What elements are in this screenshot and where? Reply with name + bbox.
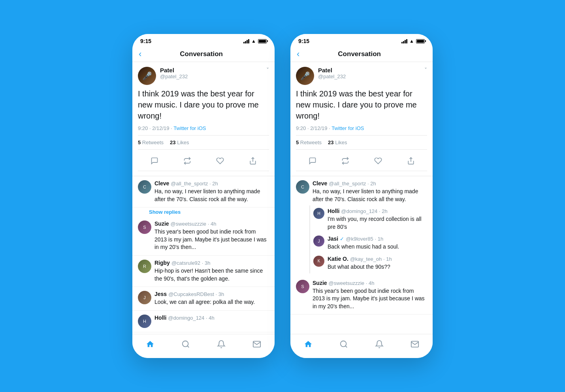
comment-text-suzie-right: This year's been good but indie rock fro… <box>313 287 427 311</box>
comment-header-suzie-right: Suzie @sweetsuzzzie · 4h <box>313 280 427 286</box>
nav-bar-left: ‹ Conversation <box>132 47 275 62</box>
chevron-down-right[interactable]: ˅ <box>424 67 427 73</box>
comment-text-cleve: Ha, no way, I never listen to anything m… <box>154 188 269 203</box>
status-bar-right: 9:15 ▲ <box>290 34 433 47</box>
comment-user-cleve: Cleve <box>154 180 169 187</box>
comment-jess-left: J Jess @CupcakesRDBest · 3h Look, we can… <box>132 287 275 311</box>
twitter-for-ios-link-right[interactable]: Twitter for iOS <box>331 125 364 131</box>
likes-stat-left: 23 Likes <box>170 139 189 145</box>
main-tweet-left: Patel @patel_232 ˅ I think 2019 was the … <box>132 62 275 176</box>
notifications-nav-left[interactable] <box>213 338 230 352</box>
tweet-text-left: I think 2019 was the best year for new m… <box>138 88 269 121</box>
comment-cleve-right-container: C Cleve @all_the_sportz · 2h Ha, no way,… <box>290 176 433 273</box>
comment-handle-suzie: @sweetsuzzzie · 4h <box>171 221 217 227</box>
show-replies-cleve[interactable]: Show replies <box>132 207 275 217</box>
likes-stat-right: 23 Likes <box>328 139 347 145</box>
signal-icon-right <box>401 39 407 43</box>
like-button-right[interactable] <box>371 155 385 168</box>
action-bar-right <box>296 153 427 171</box>
comment-cleve-right-top: C Cleve @all_the_sportz · 2h Ha, no way,… <box>296 180 427 203</box>
messages-nav-left[interactable] <box>249 338 265 352</box>
comment-text-jess: Look, we can all agree: polka all the wa… <box>154 298 269 306</box>
notifications-nav-right[interactable] <box>371 338 388 352</box>
thread-body-holli: Holli @domingo_124 · 2h I'm with you, my… <box>328 208 427 231</box>
thread-handle-jasi: @k9lover85 · 1h <box>346 236 383 242</box>
retweet-button-left[interactable] <box>180 155 194 168</box>
status-time-left: 9:15 <box>140 38 151 44</box>
battery-icon <box>258 39 267 43</box>
content-right: Patel @patel_232 ˅ I think 2019 was the … <box>290 62 433 334</box>
comment-body-cleve-right: Cleve @all_the_sportz · 2h Ha, no way, I… <box>313 180 427 203</box>
comment-text-cleve-right: Ha, no way, I never listen to anything m… <box>313 188 427 203</box>
thread-user-jasi: Jasi <box>328 236 338 242</box>
comment-handle-jess: @CupcakesRDBest · 3h <box>168 291 224 297</box>
comment-user-jess: Jess <box>154 291 167 297</box>
status-time-right: 9:15 <box>298 38 309 44</box>
wifi-icon: ▲ <box>251 38 256 44</box>
comment-body-suzie-right: Suzie @sweetsuzzzie · 4h This year's bee… <box>313 280 427 311</box>
avatar-cleve-left: C <box>138 180 151 194</box>
comment-header-holli: Holli @domingo_124 · 4h <box>154 315 269 321</box>
share-button-left[interactable] <box>246 155 260 168</box>
avatar-rigby-left: R <box>138 260 151 273</box>
tweet-text-right: I think 2019 was the best year for new m… <box>296 88 427 121</box>
retweet-stat-left: 5 Retweets <box>138 139 164 145</box>
comment-header-jess: Jess @CupcakesRDBest · 3h <box>154 291 269 297</box>
chevron-down-left[interactable]: ˅ <box>266 67 269 73</box>
like-button-left[interactable] <box>213 155 227 168</box>
comment-body-holli-left: Holli @domingo_124 · 4h <box>154 315 269 328</box>
comment-user-rigby: Rigby <box>154 260 170 266</box>
status-icons-right: ▲ <box>401 38 425 44</box>
phone-left: 9:15 ▲ ‹ Conversation Patel @patel_232 <box>132 34 275 358</box>
comment-handle-suzie-right: @sweetsuzzzie · 4h <box>329 280 375 286</box>
comment-body-jess-left: Jess @CupcakesRDBest · 3h Look, we can a… <box>154 291 269 306</box>
comment-button-right[interactable] <box>305 155 320 168</box>
avatar-suzie-right: S <box>296 280 309 293</box>
bottom-nav-right <box>290 334 433 358</box>
search-nav-right[interactable] <box>335 338 352 352</box>
home-nav-right[interactable] <box>300 338 316 352</box>
comment-suzie-left: S Suzie @sweetsuzzzie · 4h This year's b… <box>132 217 275 256</box>
thread-reply-holli: H Holli @domingo_124 · 2h I'm with you, … <box>313 205 427 233</box>
tweet-stats-left: 5 Retweets 23 Likes <box>138 135 269 150</box>
retweet-button-right[interactable] <box>338 155 352 168</box>
thread-handle-kateo: @kay_tee_oh · 1h <box>350 256 392 262</box>
comment-header-suzie: Suzie @sweetsuzzzie · 4h <box>154 220 269 227</box>
tweet-meta-right: 9:20 · 2/12/19 · Twitter for iOS <box>296 125 427 131</box>
thread-header-holli: Holli @domingo_124 · 2h <box>328 208 427 214</box>
search-nav-left[interactable] <box>177 338 194 352</box>
thread-text-jasi: Back when music had a soul. <box>328 243 427 251</box>
thread-replies-cleve: H Holli @domingo_124 · 2h I'm with you, … <box>309 205 427 273</box>
share-button-right[interactable] <box>404 155 418 168</box>
thread-reply-kateo: K Katie O. @kay_tee_oh · 1h But what abo… <box>313 253 427 273</box>
back-button-right[interactable]: ‹ <box>297 50 299 58</box>
user-info-left: Patel @patel_232 <box>160 67 266 79</box>
messages-nav-right[interactable] <box>407 338 423 352</box>
status-bar-left: 9:15 ▲ <box>132 34 275 47</box>
svg-point-4 <box>341 341 347 347</box>
comment-handle-cleve-right: @all_the_sportz · 2h <box>329 181 376 187</box>
avatar-patel-left <box>138 67 156 85</box>
comments-section-left: C Cleve @all_the_sportz · 2h Ha, no way,… <box>132 176 275 332</box>
comment-body-rigby-left: Rigby @catsrule92 · 3h Hip-hop is over! … <box>154 260 269 283</box>
content-left: Patel @patel_232 ˅ I think 2019 was the … <box>132 62 275 334</box>
svg-line-5 <box>345 346 347 347</box>
home-nav-left[interactable] <box>142 338 158 352</box>
retweet-stat-right: 5 Retweets <box>296 139 322 145</box>
comment-handle-rigby: @catsrule92 · 3h <box>171 260 210 266</box>
bottom-nav-left <box>132 334 275 358</box>
phone-right: 9:15 ▲ ‹ Conversation Patel @patel_232 <box>290 34 433 358</box>
svg-line-2 <box>187 346 189 347</box>
status-icons-left: ▲ <box>243 38 267 44</box>
comment-button-left[interactable] <box>147 155 162 168</box>
comment-text-suzie: This year's been good but indie rock fro… <box>154 228 269 251</box>
comment-holli-left: H Holli @domingo_124 · 4h <box>132 311 275 332</box>
thread-user-holli: Holli <box>328 208 339 214</box>
comment-body-cleve-left: Cleve @all_the_sportz · 2h Ha, no way, I… <box>154 180 269 203</box>
comment-header-cleve-right: Cleve @all_the_sportz · 2h <box>313 180 427 187</box>
user-info-right: Patel @patel_232 <box>318 67 424 79</box>
thread-text-kateo: But what about the 90s?? <box>328 263 427 271</box>
back-button-left[interactable]: ‹ <box>139 50 141 58</box>
verified-badge-jasi: ✓ <box>340 236 344 242</box>
twitter-for-ios-link-left[interactable]: Twitter for iOS <box>173 125 206 131</box>
